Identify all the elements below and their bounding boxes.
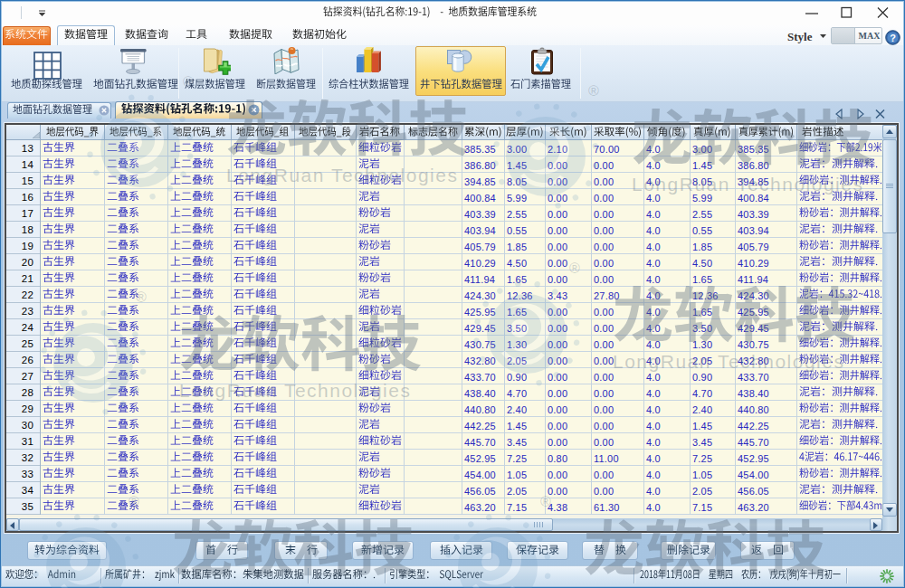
- svg-text:?: ?: [890, 33, 896, 43]
